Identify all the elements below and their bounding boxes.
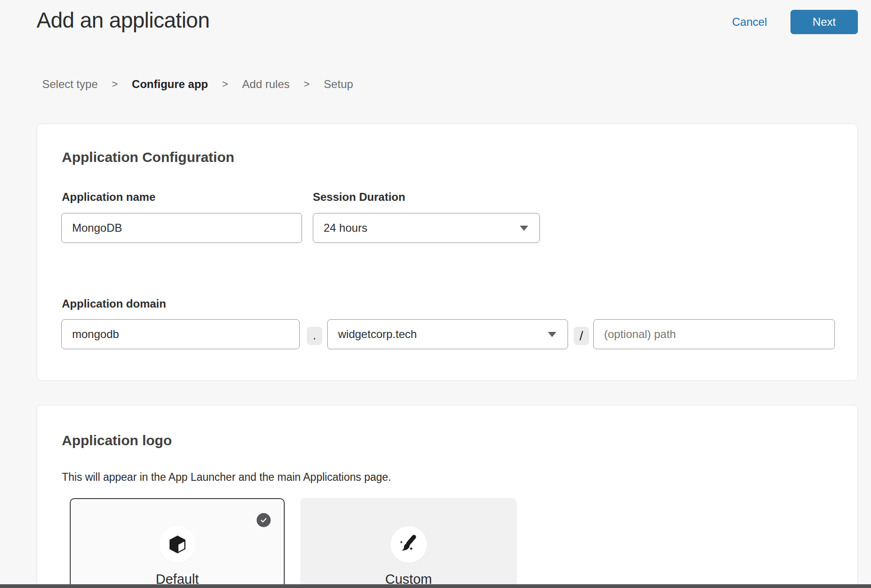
page-title: Add an application [37, 7, 210, 33]
bottom-edge-bar [0, 584, 871, 588]
selected-check-icon [257, 513, 271, 527]
application-logo-card: Application logo This will appear in the… [37, 405, 858, 588]
next-button[interactable]: Next [790, 10, 858, 34]
subdomain-input[interactable] [61, 319, 300, 349]
domain-select[interactable]: widgetcorp.tech [327, 319, 568, 349]
page: { "header": { "title": "Add an applicati… [0, 0, 871, 588]
configuration-heading: Application Configuration [62, 149, 234, 165]
chevron-down-icon [548, 332, 556, 337]
application-name-input[interactable] [61, 213, 302, 243]
step-setup[interactable]: Setup [324, 78, 353, 91]
session-duration-value: 24 hours [324, 221, 367, 235]
step-configure-app[interactable]: Configure app [132, 78, 208, 91]
dot-separator: . [307, 327, 322, 345]
logo-heading: Application logo [62, 433, 172, 448]
logo-option-default[interactable]: Default [70, 498, 285, 588]
application-domain-label: Application domain [62, 297, 166, 310]
logo-option-custom[interactable]: Custom [300, 498, 517, 588]
application-configuration-card: Application Configuration Application na… [37, 124, 858, 381]
header-actions: Cancel Next [732, 10, 858, 34]
paintbrush-icon [391, 526, 427, 563]
chevron-down-icon [520, 226, 528, 231]
breadcrumb: Select type > Configure app > Add rules … [42, 78, 353, 91]
domain-value: widgetcorp.tech [338, 328, 417, 341]
cancel-button[interactable]: Cancel [732, 15, 767, 29]
breadcrumb-separator: > [112, 78, 118, 90]
slash-separator: / [574, 327, 589, 345]
breadcrumb-separator: > [304, 78, 310, 90]
step-add-rules[interactable]: Add rules [242, 78, 289, 91]
application-name-label: Application name [62, 191, 155, 204]
breadcrumb-separator: > [222, 78, 228, 90]
session-duration-label: Session Duration [313, 191, 405, 204]
session-duration-select[interactable]: 24 hours [313, 213, 540, 243]
path-input[interactable] [593, 319, 835, 349]
step-select-type[interactable]: Select type [42, 78, 98, 91]
logo-description: This will appear in the App Launcher and… [62, 471, 391, 484]
cube-icon [159, 526, 196, 563]
